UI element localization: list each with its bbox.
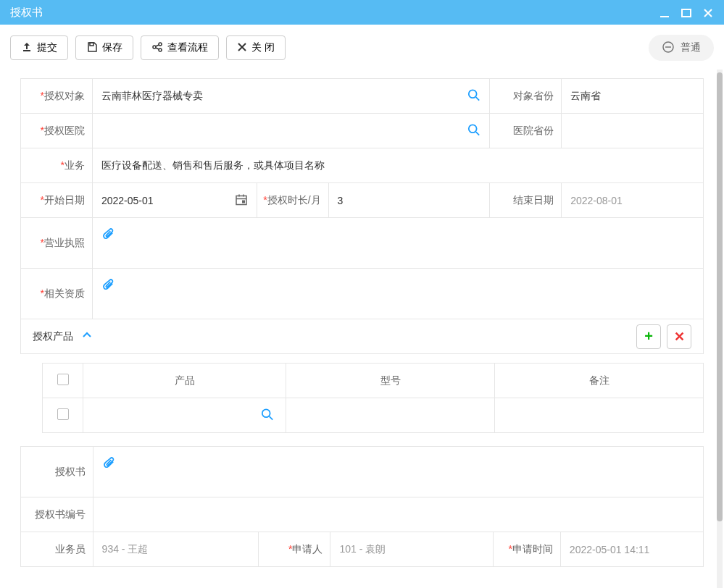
svg-point-15	[469, 90, 477, 98]
checkbox-header[interactable]	[43, 364, 83, 398]
attachment-icon[interactable]	[102, 460, 116, 471]
mode-icon	[662, 41, 675, 56]
form-table-top: *授权对象 云南菲林医疗器械专卖 对象省份 云南省 *授权医院 医院省份 *业务…	[20, 78, 704, 319]
target-province-field[interactable]: 云南省	[562, 79, 704, 114]
save-button[interactable]: 保存	[75, 35, 133, 60]
search-icon[interactable]	[467, 88, 480, 104]
hospital-province-label: 医院省份	[490, 114, 562, 148]
model-header: 型号	[286, 364, 495, 398]
svg-line-10	[156, 48, 159, 49]
product-section-header: 授权产品 + ✕	[20, 319, 704, 354]
svg-rect-1	[682, 9, 691, 17]
product-cell[interactable]	[83, 398, 286, 433]
auth-hospital-field[interactable]	[92, 114, 489, 148]
scrollbar-thumb[interactable]	[717, 72, 723, 521]
search-icon[interactable]	[467, 123, 480, 138]
remark-cell[interactable]	[495, 398, 704, 433]
license-label: *营业执照	[21, 218, 93, 269]
auth-months-label: *授权时长/月	[257, 183, 328, 218]
calendar-icon[interactable]	[235, 193, 248, 208]
qualification-field[interactable]	[92, 269, 703, 319]
apply-time-label: *申请时间	[493, 532, 560, 567]
qualification-label: *相关资质	[21, 269, 93, 319]
svg-point-17	[469, 125, 477, 133]
auth-doc-label: 授权书	[21, 447, 93, 497]
salesperson-label: 业务员	[21, 532, 93, 567]
start-date-field[interactable]: 2022-05-01	[92, 183, 257, 218]
content-area: *授权对象 云南菲林医疗器械专卖 对象省份 云南省 *授权医院 医院省份 *业务…	[0, 70, 724, 588]
chevron-up-icon[interactable]	[82, 330, 92, 343]
delete-product-button[interactable]: ✕	[667, 324, 691, 349]
svg-rect-5	[90, 43, 93, 46]
svg-line-9	[156, 45, 159, 46]
salesperson-field: 934 - 王超	[93, 532, 258, 567]
product-section-title: 授权产品	[33, 330, 73, 343]
auth-months-field[interactable]: 3	[328, 183, 490, 218]
svg-point-6	[153, 46, 156, 49]
svg-line-25	[270, 416, 273, 420]
upload-icon	[21, 41, 33, 55]
svg-point-8	[159, 49, 162, 51]
hospital-province-field[interactable]	[562, 114, 704, 148]
attachment-icon[interactable]	[101, 282, 115, 293]
model-cell[interactable]	[286, 398, 495, 433]
form-table-bottom: 授权书 授权书编号 业务员 934 - 王超 *申请人 101 - 袁朗 *申请…	[20, 446, 704, 567]
minimize-icon[interactable]	[659, 6, 670, 19]
window-title: 授权书	[10, 6, 43, 20]
svg-line-18	[476, 132, 480, 135]
maximize-icon[interactable]	[681, 6, 692, 19]
business-field[interactable]: 医疗设备配送、销售和售后服务，或具体项目名称	[92, 148, 703, 183]
license-field[interactable]	[92, 218, 703, 269]
product-table: 产品 型号 备注	[42, 363, 704, 433]
title-bar: 授权书	[0, 0, 724, 25]
attachment-icon[interactable]	[101, 231, 115, 243]
share-icon	[151, 41, 163, 55]
row-checkbox[interactable]	[43, 398, 83, 433]
applicant-field: 101 - 袁朗	[330, 532, 493, 567]
auth-hospital-label: *授权医院	[21, 114, 93, 148]
auth-doc-no-label: 授权书编号	[21, 497, 93, 532]
auth-doc-field[interactable]	[93, 447, 703, 497]
auth-doc-no-field[interactable]	[93, 497, 703, 532]
target-province-label: 对象省份	[490, 79, 562, 114]
product-header: 产品	[83, 364, 286, 398]
svg-point-7	[159, 43, 162, 46]
table-header-row: 产品 型号 备注	[43, 364, 704, 398]
svg-rect-4	[23, 50, 30, 51]
save-icon	[86, 41, 98, 55]
submit-button[interactable]: 提交	[10, 35, 68, 60]
close-icon	[237, 42, 247, 54]
applicant-label: *申请人	[258, 532, 330, 567]
add-product-button[interactable]: +	[636, 324, 661, 349]
start-date-label: *开始日期	[21, 183, 93, 218]
close-button[interactable]: 关 闭	[226, 35, 286, 60]
svg-line-16	[476, 97, 480, 101]
remark-header: 备注	[495, 364, 704, 398]
end-date-label: 结束日期	[490, 183, 562, 218]
business-label: *业务	[21, 148, 93, 183]
apply-time-field: 2022-05-01 14:11	[560, 532, 703, 567]
svg-point-24	[262, 409, 270, 417]
toolbar: 提交 保存 查看流程 关 闭 普通	[0, 25, 724, 71]
view-flow-button[interactable]: 查看流程	[141, 35, 219, 60]
table-row	[43, 398, 704, 433]
close-window-icon[interactable]	[702, 6, 714, 19]
mode-badge[interactable]: 普通	[649, 35, 714, 61]
auth-target-field[interactable]: 云南菲林医疗器械专卖	[92, 79, 489, 114]
svg-rect-23	[242, 200, 245, 203]
end-date-field: 2022-08-01	[562, 183, 704, 218]
auth-target-label: *授权对象	[21, 79, 93, 114]
window-controls	[659, 6, 714, 19]
search-icon[interactable]	[261, 408, 274, 423]
